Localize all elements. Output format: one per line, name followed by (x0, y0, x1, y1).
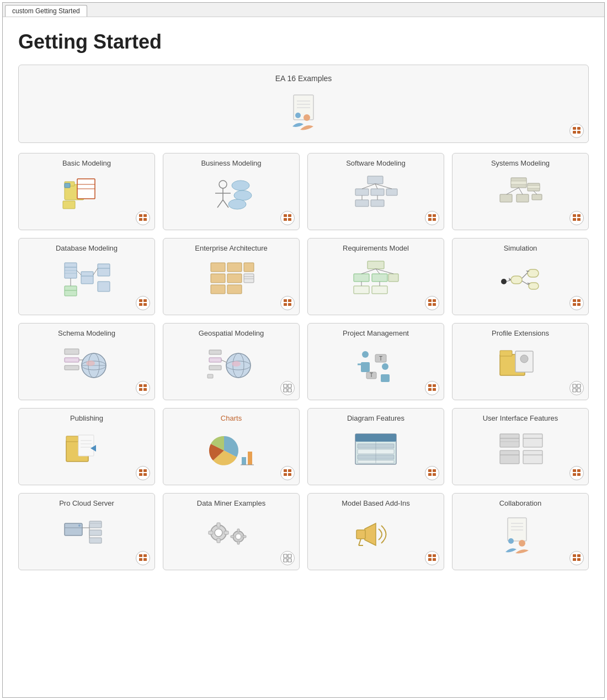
card-database-modeling[interactable]: Database Modeling (18, 238, 155, 315)
svg-point-254 (508, 538, 514, 544)
svg-rect-180 (143, 473, 147, 476)
card-label-basic-modeling: Basic Modeling (24, 159, 149, 167)
card-badge-collaboration (569, 551, 584, 565)
svg-rect-167 (577, 384, 581, 388)
svg-rect-147 (284, 389, 287, 392)
tab-getting-started[interactable]: custom Getting Started (5, 5, 87, 17)
svg-point-26 (232, 181, 249, 190)
card-badge-diagram-features (425, 466, 439, 480)
card-label-data-miner-examples: Data Miner Examples (169, 499, 294, 507)
card-project-management[interactable]: Project Management T T (307, 323, 444, 400)
card-icon-area-diagram-features (313, 427, 438, 471)
hero-icon (281, 92, 326, 131)
svg-rect-17 (139, 214, 142, 217)
svg-rect-172 (78, 435, 94, 456)
card-publishing[interactable]: Publishing (18, 408, 155, 485)
card-label-requirements-model: Requirements Model (313, 244, 438, 252)
svg-rect-235 (237, 541, 239, 544)
card-icon-area-basic-modeling (24, 172, 149, 216)
svg-rect-168 (573, 389, 576, 392)
svg-rect-87 (244, 274, 254, 283)
card-icon-area-project-management: T T (313, 342, 438, 386)
svg-point-109 (501, 279, 507, 284)
card-badge-project-management (425, 381, 439, 395)
window-chrome: custom Getting Started Getting Started E… (2, 2, 605, 698)
svg-rect-207 (523, 450, 542, 464)
card-enterprise-architecture[interactable]: Enterprise Architecture (163, 238, 300, 315)
hero-card[interactable]: EA 16 Examples (18, 65, 589, 143)
svg-rect-239 (288, 554, 291, 558)
svg-rect-187 (284, 473, 287, 476)
svg-rect-85 (211, 285, 225, 294)
card-basic-modeling[interactable]: Basic Modeling (18, 153, 155, 230)
card-software-modeling[interactable]: Software Modeling (307, 153, 444, 230)
card-data-miner-examples[interactable]: Data Miner Examples (163, 493, 300, 570)
svg-marker-242 (365, 523, 376, 545)
card-profile-extensions[interactable]: Profile Extensions (452, 323, 589, 400)
svg-rect-230 (209, 531, 213, 534)
card-label-database-modeling: Database Modeling (24, 244, 149, 252)
svg-rect-209 (573, 469, 576, 472)
card-label-project-management: Project Management (313, 329, 438, 337)
svg-rect-81 (227, 263, 242, 272)
svg-rect-59 (577, 214, 581, 217)
svg-rect-111 (528, 269, 539, 277)
card-charts[interactable]: Charts (163, 408, 300, 485)
card-geospatial-modeling[interactable]: Geospatial Modeling (163, 323, 300, 400)
card-business-modeling[interactable]: Business Modeling (163, 153, 300, 230)
tab-bar: custom Getting Started (3, 3, 604, 17)
card-badge-geospatial-modeling (280, 381, 295, 395)
svg-rect-98 (354, 286, 369, 294)
hero-card-title: EA 16 Examples (28, 74, 579, 83)
card-badge-business-modeling (280, 211, 295, 225)
svg-rect-54 (532, 194, 542, 200)
svg-rect-257 (577, 554, 581, 557)
card-label-publishing: Publishing (24, 414, 149, 422)
svg-rect-145 (284, 384, 287, 388)
card-label-systems-modeling: Systems Modeling (458, 159, 583, 167)
card-label-charts: Charts (169, 414, 294, 422)
card-diagram-features[interactable]: Diagram Features (307, 408, 444, 485)
svg-rect-132 (139, 384, 142, 387)
card-badge-data-miner-examples (280, 551, 295, 565)
svg-rect-228 (217, 523, 220, 527)
svg-point-154 (382, 363, 388, 370)
card-simulation[interactable]: Simulation (452, 238, 589, 315)
svg-rect-212 (577, 473, 581, 476)
card-icon-area-simulation (458, 257, 583, 301)
svg-rect-112 (529, 283, 539, 289)
svg-rect-99 (372, 286, 387, 294)
svg-rect-135 (143, 388, 147, 391)
card-schema-modeling[interactable]: Schema Modeling (18, 323, 155, 400)
svg-line-102 (376, 269, 393, 274)
svg-rect-241 (288, 559, 291, 562)
card-pro-cloud-server[interactable]: Pro Cloud Server (18, 493, 155, 570)
svg-rect-166 (573, 384, 576, 388)
card-requirements-model[interactable]: Requirements Model (307, 238, 444, 315)
svg-line-25 (223, 200, 228, 208)
card-label-business-modeling: Business Modeling (169, 159, 294, 167)
svg-rect-44 (428, 214, 432, 217)
card-user-interface-features[interactable]: User Interface Features (452, 408, 589, 485)
card-badge-pro-cloud-server (136, 551, 150, 565)
svg-point-233 (236, 534, 241, 539)
svg-rect-144 (207, 374, 213, 378)
svg-line-39 (375, 184, 392, 189)
card-collaboration[interactable]: Collaboration (452, 493, 589, 570)
card-model-based-addins[interactable]: Model Based Add-Ins (307, 493, 444, 570)
svg-rect-106 (433, 299, 436, 302)
card-badge-enterprise-architecture (280, 296, 295, 310)
svg-rect-77 (143, 299, 147, 302)
card-icon-area-user-interface-features (458, 427, 583, 471)
svg-rect-179 (139, 473, 142, 476)
card-systems-modeling[interactable]: Systems Modeling (452, 153, 589, 230)
svg-rect-110 (511, 276, 522, 284)
svg-rect-249 (433, 558, 436, 561)
svg-rect-58 (573, 214, 576, 217)
svg-rect-53 (517, 194, 529, 202)
svg-rect-30 (288, 214, 291, 217)
card-label-schema-modeling: Schema Modeling (24, 329, 149, 337)
svg-rect-243 (356, 530, 365, 539)
svg-rect-259 (577, 558, 581, 561)
svg-rect-218 (89, 521, 102, 528)
